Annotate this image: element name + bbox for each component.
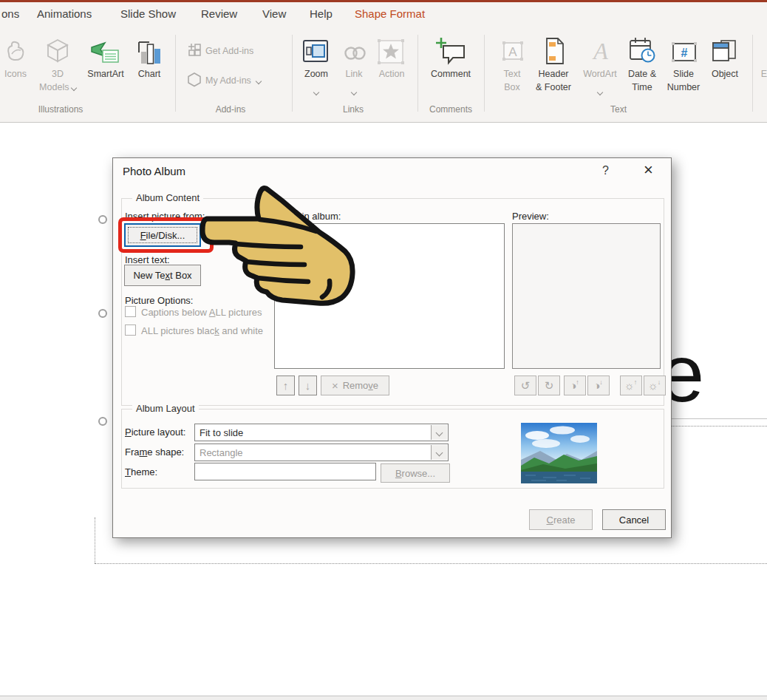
header-footer-button-label2[interactable]: & Footer — [528, 81, 579, 94]
tab-review[interactable]: Review — [201, 7, 237, 20]
wordart-button-label[interactable]: WordArt — [578, 68, 622, 81]
my-add-ins-icon[interactable] — [186, 72, 202, 88]
chart-button-label[interactable]: Chart — [127, 68, 171, 81]
rotate-right-button[interactable]: ↻ — [538, 376, 560, 395]
slide-number-button-label[interactable]: Slide — [661, 68, 706, 81]
text-box-icon[interactable]: A — [499, 39, 527, 64]
down-arrow-icon: ↓ — [305, 380, 311, 391]
captions-checkbox[interactable] — [125, 306, 136, 317]
icons-icon[interactable] — [1, 38, 30, 66]
3d-models-button-label[interactable]: 3D — [35, 68, 80, 81]
tab-help[interactable]: Help — [310, 7, 333, 20]
album-content-legend: Album Content — [132, 192, 203, 203]
group-label-illustrations: Illustrations — [16, 104, 105, 115]
app-window: ons Animations Slide Show Review View He… — [0, 0, 767, 700]
get-add-ins-button[interactable]: Get Add-ins — [205, 45, 253, 58]
brightness-up-icon: ☼ — [624, 380, 635, 391]
dropdown-button[interactable] — [431, 445, 447, 460]
group-separator — [752, 35, 753, 112]
pictures-listbox[interactable] — [274, 223, 505, 369]
placeholder-dotted-border-bottom — [95, 563, 767, 564]
group-separator — [292, 35, 293, 112]
3d-models-icon[interactable] — [44, 37, 72, 65]
status-bar — [0, 696, 767, 700]
comment-button-label[interactable]: Comment — [421, 68, 480, 81]
header-footer-button-label[interactable]: Header — [528, 68, 579, 81]
action-button-label[interactable]: Action — [369, 68, 414, 81]
close-button[interactable]: × — [644, 160, 653, 180]
action-icon[interactable] — [375, 38, 406, 66]
chevron-down-icon[interactable] — [352, 85, 356, 98]
dropdown-button[interactable] — [431, 425, 447, 440]
placeholder-dotted-border-left — [95, 517, 95, 563]
remove-button[interactable]: × Remove — [321, 376, 389, 395]
date-time-button-label2[interactable]: Time — [620, 81, 664, 94]
date-time-button-label[interactable]: Date & — [620, 68, 664, 81]
picture-layout-label: Picture layout: — [125, 427, 185, 438]
chevron-down-icon — [436, 429, 443, 436]
tab-slide-show[interactable]: Slide Show — [120, 7, 176, 20]
comment-icon[interactable] — [434, 36, 468, 67]
group-separator — [484, 35, 485, 112]
slide-number-icon[interactable]: # — [669, 38, 699, 66]
group-label-add-ins: Add-ins — [186, 104, 275, 115]
tab-view[interactable]: View — [262, 7, 286, 20]
equation-button-partial[interactable]: E — [757, 68, 767, 81]
black-white-checkbox-label[interactable]: ALL pictures black and white — [141, 325, 263, 336]
contrast-down-button[interactable]: ◑↓ — [587, 376, 610, 395]
wordart-icon[interactable]: A — [585, 39, 616, 64]
get-add-ins-icon[interactable] — [186, 42, 202, 58]
theme-label: Theme: — [125, 466, 157, 478]
header-footer-icon[interactable] — [542, 36, 567, 66]
tab-transitions-partial[interactable]: ons — [1, 7, 19, 20]
highlight-annotation — [118, 217, 214, 253]
brightness-down-icon: ☼ — [648, 380, 658, 391]
album-layout-legend: Album Layout — [132, 403, 199, 414]
theme-input[interactable] — [194, 463, 376, 480]
link-icon[interactable] — [341, 41, 368, 66]
chevron-down-icon — [436, 449, 443, 456]
move-down-button[interactable]: ↓ — [299, 376, 317, 395]
object-icon[interactable] — [709, 38, 740, 66]
group-label-text: Text — [574, 104, 663, 115]
chevron-down-icon[interactable] — [314, 85, 318, 98]
slide-number-button-label2[interactable]: Number — [661, 81, 706, 94]
insert-text-label: Insert text: — [125, 254, 170, 265]
create-button[interactable]: Create — [529, 509, 593, 530]
rotate-right-icon: ↻ — [545, 380, 554, 391]
tab-animations[interactable]: Animations — [37, 7, 92, 20]
rotate-left-button[interactable]: ↺ — [514, 376, 536, 395]
selection-handle[interactable] — [98, 309, 107, 318]
selection-handle[interactable] — [98, 417, 107, 426]
my-add-ins-button[interactable]: My Add-ins — [205, 75, 261, 87]
selection-handle[interactable] — [98, 215, 107, 224]
brightness-up-button[interactable]: ☼↑ — [620, 376, 642, 395]
help-button[interactable]: ? — [602, 164, 609, 177]
black-white-checkbox[interactable] — [125, 324, 136, 336]
date-time-icon[interactable] — [627, 36, 657, 66]
captions-checkbox-label[interactable]: Captions below ALL pictures — [141, 307, 262, 318]
svg-text:#: # — [681, 47, 688, 59]
remove-x-icon: × — [332, 380, 338, 391]
smartart-icon[interactable] — [90, 41, 120, 66]
zoom-icon[interactable] — [301, 38, 331, 66]
frame-shape-dropdown[interactable]: Rectangle — [194, 444, 449, 461]
layout-preview-image — [521, 423, 597, 483]
icons-button-label[interactable]: Icons — [0, 68, 38, 81]
contrast-up-button[interactable]: ◑↑ — [564, 376, 586, 395]
brightness-down-button[interactable]: ☼↓ — [644, 376, 666, 395]
chart-icon[interactable] — [136, 39, 163, 66]
tab-shape-format[interactable]: Shape Format — [355, 7, 425, 20]
picture-layout-dropdown[interactable]: Fit to slide — [194, 424, 449, 441]
browse-button[interactable]: Browse... — [381, 463, 450, 483]
group-separator — [417, 35, 418, 112]
object-button-label[interactable]: Object — [703, 68, 747, 81]
chevron-down-icon — [256, 78, 262, 84]
pictures-in-album-label: Pictures in album: — [265, 211, 341, 222]
3d-models-button-label2[interactable]: Models — [35, 81, 80, 94]
smartart-button-label[interactable]: SmartArt — [79, 68, 132, 81]
move-up-button[interactable]: ↑ — [276, 376, 295, 395]
chevron-down-icon[interactable] — [598, 85, 602, 98]
new-text-box-button[interactable]: New Text Box — [124, 265, 201, 286]
cancel-button[interactable]: Cancel — [602, 509, 666, 530]
